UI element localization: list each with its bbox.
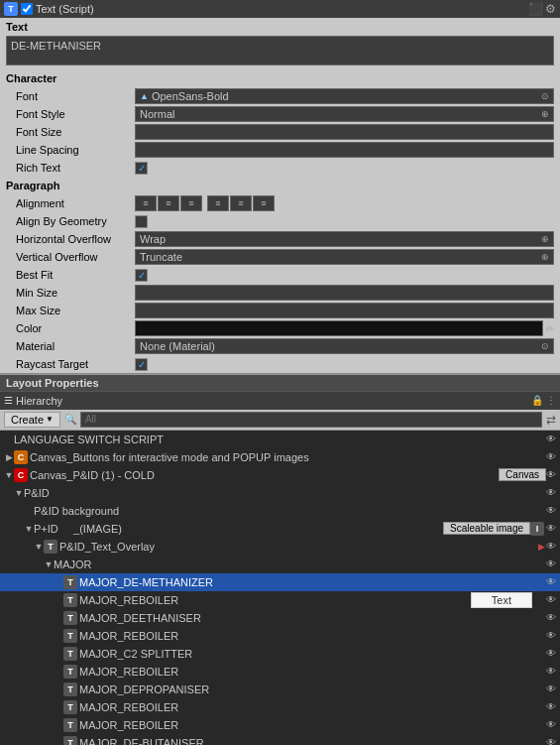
menu-icon[interactable]: ⋮ (546, 395, 556, 406)
color-picker[interactable] (135, 320, 543, 336)
horizontal-overflow-dropdown-arrow: ⊕ (541, 234, 549, 244)
alignment-buttons: ≡ ≡ ≡ ≡ ≡ ≡ (135, 195, 554, 211)
hierarchy-list: LANGUAGE SWITCH SCRIPT 👁 ▶ C Canvas_Butt… (0, 431, 560, 745)
raycast-target-checkbox[interactable] (135, 358, 148, 371)
material-dropdown-value: None (Material) (140, 340, 215, 352)
max-size-input[interactable]: 10 (135, 303, 554, 318)
create-button[interactable]: Create ▼ (4, 412, 60, 428)
color-picker-icon[interactable]: ✏ (546, 323, 554, 334)
min-size-input[interactable]: 1 (135, 285, 554, 301)
text-input[interactable]: DE-METHANISER (6, 36, 554, 65)
filter-icon[interactable]: ⇄ (546, 413, 556, 427)
hierarchy-title-right: 🔒 ⋮ (531, 395, 556, 406)
material-dropdown[interactable]: None (Material) ⊙ (135, 338, 554, 354)
item-label: MAJOR_REBOILER (79, 630, 546, 642)
list-item[interactable]: P&ID background 👁 (0, 502, 560, 520)
align-left-btn[interactable]: ≡ (135, 195, 157, 211)
hierarchy-search[interactable] (80, 412, 542, 428)
font-size-input[interactable]: 10 (135, 124, 554, 140)
create-label: Create (11, 414, 44, 426)
align-center-btn[interactable]: ≡ (158, 195, 179, 211)
eye-icon: 👁 (546, 487, 556, 498)
component-checkbox[interactable] (21, 3, 33, 15)
list-item[interactable]: ▶ C Canvas_Buttons for interactive mode … (0, 448, 560, 466)
rich-text-label: Rich Text (6, 162, 135, 174)
component-title: Text (Script) (36, 3, 94, 15)
vertical-overflow-dropdown-value: Truncate (140, 251, 182, 263)
rich-text-checkbox[interactable] (135, 162, 148, 175)
horizontal-overflow-value-container: Wrap ⊕ (135, 231, 554, 247)
line-spacing-value-container: 1 (135, 142, 554, 158)
canvas-badge: Canvas (499, 468, 546, 481)
eye-icon: 👁 (546, 576, 556, 587)
item-right-icons: 👁 (546, 630, 556, 641)
item-label: P&ID_Text_Overlay (59, 541, 538, 553)
vertical-overflow-label: Vertical Overflow (6, 251, 135, 263)
list-item[interactable]: T MAJOR_REBOILER 👁 (0, 698, 560, 716)
canvas-tag: C (14, 468, 28, 482)
min-size-label: Min Size (6, 287, 135, 299)
vertical-overflow-dropdown[interactable]: Truncate ⊕ (135, 249, 554, 265)
horizontal-overflow-row: Horizontal Overflow Wrap ⊕ (0, 230, 560, 248)
eye-icon: 👁 (546, 683, 556, 694)
hierarchy-title-left: ☰ Hierarchy (4, 395, 62, 407)
paragraph-label: Paragraph (6, 180, 135, 191)
list-item[interactable]: LANGUAGE SWITCH SCRIPT 👁 (0, 431, 560, 448)
list-item[interactable]: T MAJOR_REBOILER Text 👁 (0, 591, 560, 609)
align-right-btn[interactable]: ≡ (180, 195, 202, 211)
font-style-row: Font Style Normal ⊕ (0, 105, 560, 123)
list-item[interactable]: T MAJOR_DEPROPANISER 👁 (0, 681, 560, 698)
list-item[interactable]: ▼ C Canvas_P&ID (1) - COLD Canvas 👁 (0, 466, 560, 484)
item-label: MAJOR_REBOILER (79, 719, 546, 731)
item-label: P&ID (24, 487, 546, 499)
text-tag: T (63, 647, 77, 661)
best-fit-checkbox[interactable] (135, 269, 148, 282)
eye-icon: 👁 (546, 648, 556, 659)
list-item[interactable]: T MAJOR_REBOILER 👁 (0, 627, 560, 645)
bookmark-icon[interactable]: ⬛ (528, 2, 543, 16)
font-dropdown[interactable]: ▲ OpenSans-Bold ⊙ (135, 88, 554, 104)
align-top-btn[interactable]: ≡ (207, 195, 229, 211)
item-right-icons: 👁 (546, 451, 556, 462)
item-label: LANGUAGE SWITCH SCRIPT (14, 434, 546, 445)
character-label: Character (6, 72, 135, 84)
line-spacing-row: Line Spacing 1 (0, 141, 560, 159)
character-section: Character (0, 69, 560, 87)
list-item[interactable]: T MAJOR_REBOILER 👁 (0, 663, 560, 681)
arrow-icon: ▼ (44, 559, 54, 569)
horizontal-overflow-dropdown-value: Wrap (140, 233, 166, 245)
list-item[interactable]: ▼ T P&ID_Text_Overlay ▶ 👁 (0, 538, 560, 556)
horizontal-overflow-dropdown[interactable]: Wrap ⊕ (135, 231, 554, 247)
list-item[interactable]: ▼ P&ID 👁 (0, 484, 560, 502)
text-tag: T (63, 683, 77, 696)
list-item[interactable]: ▼ P+ID _(IMAGE) Scaleable image I 👁 (0, 520, 560, 538)
list-item[interactable]: T MAJOR_REBOILER 👁 (0, 716, 560, 734)
item-right-icons: 👁 (546, 701, 556, 712)
eye-icon: 👁 (546, 451, 556, 462)
text-tag: T (63, 575, 77, 589)
play-icon: ▶ (538, 542, 545, 552)
vertical-overflow-value-container: Truncate ⊕ (135, 249, 554, 265)
component-icon: T (4, 2, 18, 16)
list-item[interactable]: ▼ MAJOR 👁 (0, 556, 560, 573)
settings-icon[interactable]: ⚙ (545, 2, 556, 16)
alignment-label: Alignment (6, 197, 135, 209)
list-item[interactable]: T MAJOR_DE-BUTANISER 👁 (0, 734, 560, 745)
list-item[interactable]: T MAJOR_DEETHANISER 👁 (0, 609, 560, 627)
align-bottom-btn[interactable]: ≡ (253, 195, 275, 211)
text-tag: T (63, 736, 77, 745)
color-row: Color ✏ (0, 319, 560, 337)
list-item[interactable]: T MAJOR_C2 SPLITTER 👁 (0, 645, 560, 663)
vertical-overflow-row: Vertical Overflow Truncate ⊕ (0, 248, 560, 266)
layout-properties-bar: Layout Properties (0, 374, 560, 392)
layout-properties-label: Layout Properties (6, 377, 99, 389)
list-item[interactable]: T MAJOR_DE-METHANIZER 👁 (0, 573, 560, 591)
align-by-geometry-checkbox[interactable] (135, 215, 148, 228)
align-middle-btn[interactable]: ≡ (230, 195, 252, 211)
line-spacing-label: Line Spacing (6, 144, 135, 156)
font-icon: ▲ (140, 91, 149, 101)
item-label: MAJOR_REBOILER (79, 594, 546, 606)
font-style-dropdown[interactable]: Normal ⊕ (135, 106, 554, 122)
line-spacing-input[interactable]: 1 (135, 142, 554, 158)
item-right-icons: 👁 (546, 594, 556, 605)
